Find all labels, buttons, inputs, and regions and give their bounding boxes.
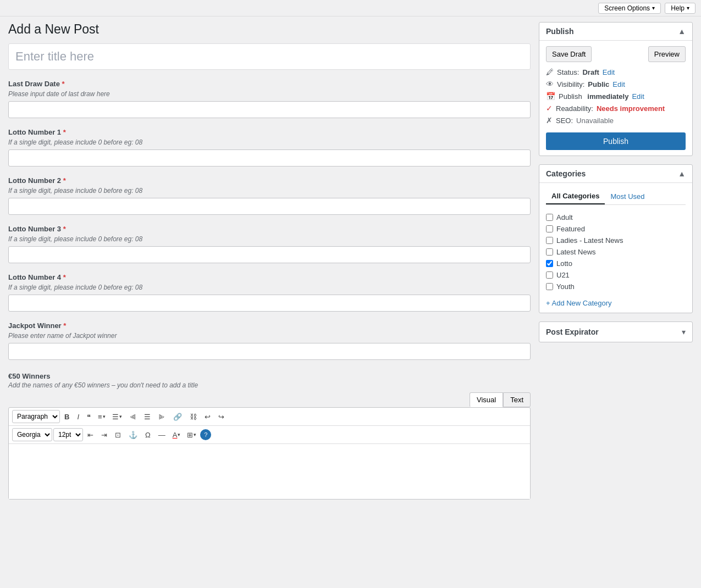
help-toolbar-button[interactable]: ? (200, 429, 211, 440)
latest-news-checkbox[interactable] (546, 248, 553, 256)
post-expirator-header: Post Expirator ▾ (539, 322, 692, 342)
lotto-number-1-label: Lotto Number 1 * (8, 128, 531, 136)
table-arrow: ▾ (194, 432, 196, 437)
publish-panel-header: Publish ▲ (539, 23, 692, 41)
outdent-button[interactable]: ⇤ (84, 429, 97, 441)
custom-char-button[interactable]: ⊡ (112, 429, 124, 441)
publish-panel-toggle[interactable]: ▲ (678, 27, 686, 36)
last-draw-date-input[interactable] (8, 101, 531, 118)
visibility-label: Visibility: (557, 80, 584, 88)
schedule-edit-link[interactable]: Edit (632, 92, 644, 101)
save-draft-button[interactable]: Save Draft (546, 46, 592, 62)
undo-button[interactable]: ↩ (201, 411, 214, 423)
post-expirator-toggle[interactable]: ▾ (682, 328, 686, 336)
lotto-number-1-section: Lotto Number 1 * If a single digit, plea… (8, 128, 531, 167)
screen-options-button[interactable]: Screen Options ▾ (598, 3, 661, 14)
visual-tab[interactable]: Visual (470, 392, 503, 407)
seo-icon: ✗ (546, 116, 553, 125)
horizontal-rule-button[interactable]: — (155, 429, 169, 441)
top-bar: Screen Options ▾ Help ▾ (0, 0, 701, 16)
redo-button[interactable]: ↪ (215, 411, 228, 423)
most-used-tab[interactable]: Most Used (605, 188, 650, 204)
featured-checkbox[interactable] (546, 225, 553, 232)
unlink-button[interactable]: ⛓ (186, 411, 200, 423)
lotto-checkbox[interactable] (546, 260, 553, 267)
category-list: Adult Featured Ladies - Latest News Late… (546, 209, 686, 295)
unordered-list-dropdown[interactable]: ≡ ▾ (95, 411, 108, 423)
lotto-number-4-input[interactable] (8, 295, 531, 312)
align-left-button[interactable]: ⫷ (126, 411, 140, 423)
anchor-button[interactable]: ⚓ (125, 429, 141, 441)
categories-panel-body: All Categories Most Used Adult Featured … (539, 183, 692, 313)
required-asterisk: * (63, 128, 66, 136)
publish-button[interactable]: Publish (546, 132, 686, 150)
indent-button[interactable]: ⇥ (98, 429, 111, 441)
sidebar: Publish ▲ Save Draft Preview 🖉 Status: D… (539, 22, 693, 583)
readability-label: Readability: (556, 104, 593, 113)
jackpot-winner-input[interactable] (8, 343, 531, 360)
screen-options-arrow-icon: ▾ (652, 5, 655, 11)
publish-panel-title: Publish (546, 27, 574, 36)
editor-body[interactable] (9, 444, 530, 499)
visibility-icon: 👁 (546, 80, 554, 88)
lotto-number-1-input[interactable] (8, 149, 531, 167)
u21-label[interactable]: U21 (556, 271, 570, 279)
lotto-number-2-hint: If a single digit, please include 0 befo… (8, 187, 531, 195)
omega-button[interactable]: Ω (142, 429, 154, 441)
ordered-list-icon: ☰ (112, 413, 119, 421)
font-size-select[interactable]: 12pt 14pt 16pt (53, 428, 83, 441)
categories-panel: Categories ▲ All Categories Most Used Ad… (539, 164, 693, 313)
u21-checkbox[interactable] (546, 271, 553, 279)
readability-value: Needs improvement (597, 104, 665, 113)
status-edit-link[interactable]: Edit (603, 68, 615, 76)
lotto-number-3-input[interactable] (8, 246, 531, 263)
ladies-latest-news-checkbox[interactable] (546, 237, 553, 244)
youth-label[interactable]: Youth (556, 282, 575, 291)
page-layout: Add a New Post Last Draw Date * Please i… (0, 16, 701, 588)
lotto-label[interactable]: Lotto (556, 259, 572, 268)
font-family-select[interactable]: Georgia Arial (12, 428, 52, 441)
list-item: Lotto (546, 258, 686, 269)
insert-link-button[interactable]: 🔗 (170, 411, 185, 423)
text-color-icon: A (173, 431, 178, 439)
table-dropdown[interactable]: ⊞ ▾ (184, 429, 199, 441)
status-row: 🖉 Status: Draft Edit (546, 68, 686, 76)
latest-news-label[interactable]: Latest News (556, 248, 596, 256)
required-asterisk: * (63, 176, 66, 185)
featured-label[interactable]: Featured (556, 225, 585, 233)
ordered-list-dropdown[interactable]: ☰ ▾ (109, 411, 125, 423)
list-item: Youth (546, 281, 686, 292)
youth-checkbox[interactable] (546, 283, 553, 290)
required-asterisk: * (63, 321, 66, 330)
categories-panel-toggle[interactable]: ▲ (678, 169, 686, 178)
paragraph-select[interactable]: Paragraph Heading 1 Heading 2 (12, 410, 60, 423)
lotto-number-3-hint: If a single digit, please include 0 befo… (8, 235, 531, 243)
preview-button[interactable]: Preview (648, 46, 686, 62)
ladies-latest-news-label[interactable]: Ladies - Latest News (556, 236, 623, 245)
post-title-input[interactable] (8, 43, 531, 70)
blockquote-button[interactable]: ❝ (84, 411, 94, 423)
all-categories-tab[interactable]: All Categories (546, 188, 605, 204)
visual-text-tabs: Visual Text (8, 392, 531, 407)
text-color-dropdown[interactable]: A ▾ (170, 429, 184, 441)
bold-button[interactable]: B (61, 411, 73, 423)
text-tab[interactable]: Text (503, 392, 531, 407)
required-asterisk: * (63, 225, 66, 233)
editor-toolbar-row2: Georgia Arial 12pt 14pt 16pt ⇤ ⇥ ⊡ ⚓ Ω — (9, 426, 530, 444)
visibility-edit-link[interactable]: Edit (612, 80, 625, 88)
align-center-button[interactable]: ☰ (141, 411, 154, 423)
align-right-button[interactable]: ⫸ (155, 411, 169, 423)
lotto-number-3-label: Lotto Number 3 * (8, 225, 531, 233)
adult-checkbox[interactable] (546, 214, 553, 221)
schedule-label: Publish (559, 92, 582, 101)
help-arrow-icon: ▾ (687, 5, 689, 11)
status-value: Draft (582, 68, 599, 76)
add-new-category-link[interactable]: + Add New Category (546, 299, 686, 307)
adult-label[interactable]: Adult (556, 213, 573, 221)
lotto-number-2-input[interactable] (8, 198, 531, 215)
publish-action-buttons: Save Draft Preview (546, 46, 686, 62)
help-button[interactable]: Help ▾ (665, 3, 696, 14)
categories-panel-title: Categories (546, 169, 586, 178)
italic-button[interactable]: I (74, 411, 82, 423)
required-asterisk: * (63, 273, 66, 281)
